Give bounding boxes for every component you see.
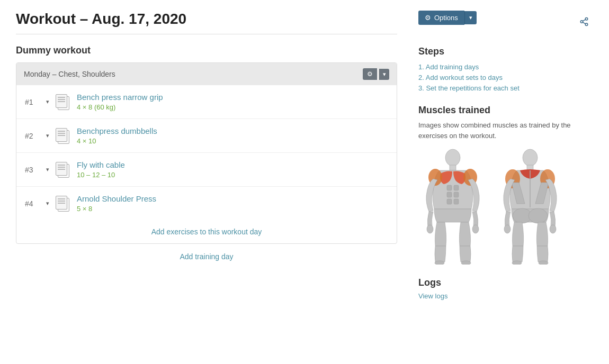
svg-point-15 bbox=[427, 225, 433, 233]
back-body-figure bbox=[496, 148, 565, 265]
main-content: Workout – Aug. 17, 2020 Dummy workout Mo… bbox=[16, 11, 397, 300]
muscles-title: Muscles trained bbox=[418, 105, 593, 116]
table-row: #3 ▾ Fly with cable 10 – 12 – 10 bbox=[16, 153, 397, 187]
options-label: Options bbox=[434, 14, 458, 22]
gear-icon: ⚙ bbox=[425, 14, 431, 22]
exercise-info: Fly with cable 10 – 12 – 10 bbox=[77, 160, 388, 179]
svg-point-25 bbox=[550, 225, 556, 233]
add-exercises-link[interactable]: Add exercises to this workout day bbox=[16, 220, 397, 243]
exercise-sets: 4 × 10 bbox=[77, 137, 388, 145]
logs-title: Logs bbox=[418, 277, 593, 288]
share-icon bbox=[579, 18, 589, 29]
exercise-number: #4 bbox=[25, 199, 40, 208]
share-button[interactable] bbox=[575, 15, 593, 31]
svg-rect-10 bbox=[454, 185, 459, 190]
front-body-figure bbox=[418, 148, 487, 265]
step-link-1[interactable]: 1. Add training days bbox=[418, 63, 479, 71]
exercise-number: #2 bbox=[25, 132, 40, 140]
options-dropdown-button[interactable]: ▾ bbox=[464, 11, 477, 24]
exercise-dropdown-icon[interactable]: ▾ bbox=[46, 200, 49, 207]
day-header-title: Monday – Chest, Shoulders bbox=[24, 70, 115, 78]
exercise-number: #3 bbox=[25, 166, 40, 174]
svg-rect-9 bbox=[447, 185, 452, 190]
exercise-name[interactable]: Arnold Shoulder Press bbox=[77, 194, 388, 203]
title-divider bbox=[16, 34, 397, 34]
svg-point-27 bbox=[529, 208, 548, 223]
list-item: 1. Add training days bbox=[418, 62, 593, 71]
table-row: #4 ▾ Arnold Shoulder Press 5 × 8 bbox=[16, 187, 397, 220]
add-training-day: Add training day bbox=[16, 252, 397, 261]
exercise-info: Arnold Shoulder Press 5 × 8 bbox=[77, 194, 388, 213]
exercise-name[interactable]: Bench press narrow grip bbox=[77, 93, 388, 102]
exercise-icon bbox=[56, 162, 70, 178]
exercise-icon bbox=[56, 128, 70, 144]
exercise-name[interactable]: Fly with cable bbox=[77, 160, 388, 169]
exercise-list: #1 ▾ Bench press narrow grip 4 × 8 (60 k… bbox=[16, 85, 397, 220]
svg-point-17 bbox=[435, 261, 444, 265]
day-header-controls: ⚙ ▾ bbox=[363, 68, 389, 80]
svg-point-5 bbox=[445, 149, 460, 166]
sidebar-header-row: ⚙ Options ▾ bbox=[418, 11, 593, 35]
table-row: #1 ▾ Bench press narrow grip 4 × 8 (60 k… bbox=[16, 85, 397, 119]
svg-point-28 bbox=[512, 261, 522, 265]
add-training-day-link[interactable]: Add training day bbox=[180, 252, 233, 261]
svg-point-18 bbox=[461, 261, 471, 265]
svg-point-19 bbox=[523, 149, 538, 166]
svg-point-24 bbox=[504, 225, 511, 233]
step-link-2[interactable]: 2. Add workout sets to days bbox=[418, 74, 503, 81]
exercise-sets: 5 × 8 bbox=[77, 205, 388, 213]
exercise-number: #1 bbox=[25, 98, 40, 106]
svg-rect-6 bbox=[450, 165, 456, 170]
exercise-dropdown-icon[interactable]: ▾ bbox=[46, 98, 49, 105]
list-item: 2. Add workout sets to days bbox=[418, 73, 593, 81]
exercise-info: Benchpress dumbbells 4 × 10 bbox=[77, 126, 388, 145]
exercise-icon bbox=[56, 196, 70, 212]
exercise-info: Bench press narrow grip 4 × 8 (60 kg) bbox=[77, 93, 388, 111]
step-link-3[interactable]: 3. Set the repetitions for each set bbox=[418, 84, 520, 92]
svg-rect-13 bbox=[447, 199, 452, 204]
muscles-desc: Images show combined muscles as trained … bbox=[418, 120, 593, 141]
svg-line-4 bbox=[583, 20, 585, 21]
exercise-dropdown-icon[interactable]: ▾ bbox=[46, 132, 49, 139]
steps-section: Steps 1. Add training days 2. Add workou… bbox=[418, 46, 593, 92]
workout-title: Dummy workout bbox=[16, 45, 397, 56]
options-group: ⚙ Options ▾ bbox=[418, 11, 477, 25]
svg-rect-11 bbox=[447, 192, 452, 197]
svg-rect-14 bbox=[454, 199, 459, 204]
exercise-sets: 4 × 8 (60 kg) bbox=[77, 103, 388, 111]
day-options-button[interactable]: ⚙ bbox=[363, 68, 377, 80]
svg-point-29 bbox=[539, 261, 548, 265]
table-row: #2 ▾ Benchpress dumbbells 4 × 10 bbox=[16, 119, 397, 153]
day-dropdown-button[interactable]: ▾ bbox=[379, 69, 389, 80]
list-item: 3. Set the repetitions for each set bbox=[418, 84, 593, 92]
exercise-name[interactable]: Benchpress dumbbells bbox=[77, 126, 388, 135]
logs-section: Logs View logs bbox=[418, 277, 593, 300]
svg-point-16 bbox=[472, 225, 479, 233]
sidebar: ⚙ Options ▾ St bbox=[418, 11, 593, 300]
day-card: Monday – Chest, Shoulders ⚙ ▾ #1 ▾ bbox=[16, 62, 397, 244]
day-header: Monday – Chest, Shoulders ⚙ ▾ bbox=[16, 63, 397, 85]
svg-rect-12 bbox=[454, 192, 459, 197]
exercise-dropdown-icon[interactable]: ▾ bbox=[46, 166, 49, 173]
exercise-icon bbox=[56, 94, 70, 110]
options-button[interactable]: ⚙ Options bbox=[418, 11, 464, 25]
view-logs-link[interactable]: View logs bbox=[418, 292, 447, 300]
page-title: Workout – Aug. 17, 2020 bbox=[16, 11, 397, 28]
steps-list: 1. Add training days 2. Add workout sets… bbox=[418, 62, 593, 92]
steps-title: Steps bbox=[418, 46, 593, 57]
muscles-section: Muscles trained Images show combined mus… bbox=[418, 105, 593, 265]
gear-icon: ⚙ bbox=[367, 70, 373, 78]
exercise-sets: 10 – 12 – 10 bbox=[77, 171, 388, 179]
muscles-images bbox=[418, 148, 593, 265]
svg-line-3 bbox=[583, 22, 585, 24]
